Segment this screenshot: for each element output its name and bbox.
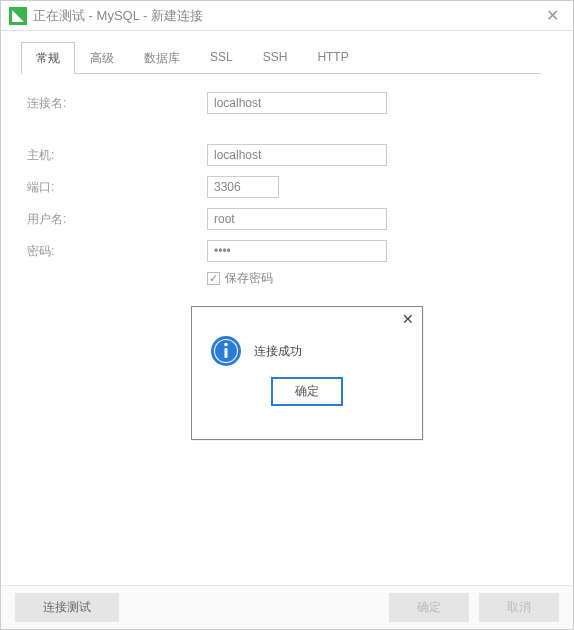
modal-footer: 确定 [192,377,422,420]
tab-ssl[interactable]: SSL [195,42,248,74]
connection-dialog: 正在测试 - MySQL - 新建连接 ✕ 常规 高级 数据库 SSL SSH … [0,0,574,630]
info-icon [210,335,242,367]
host-label: 主机: [21,147,207,164]
window-title: 正在测试 - MySQL - 新建连接 [33,7,540,25]
user-input[interactable] [207,208,387,230]
dialog-footer: 连接测试 确定 取消 [1,585,573,629]
content-area: 常规 高级 数据库 SSL SSH HTTP 连接名: 主机: 端口: 用户名:… [1,31,573,585]
modal-close-icon[interactable]: ✕ [402,311,414,327]
titlebar: 正在测试 - MySQL - 新建连接 ✕ [1,1,573,31]
tab-database[interactable]: 数据库 [129,42,195,74]
modal-message: 连接成功 [254,343,302,360]
row-save-password: ✓ 保存密码 [21,270,553,287]
save-password-checkbox[interactable]: ✓ [207,272,220,285]
svg-point-5 [224,343,228,347]
app-icon [9,7,27,25]
svg-rect-4 [225,348,228,358]
ok-button[interactable]: 确定 [389,593,469,622]
tab-general[interactable]: 常规 [21,42,75,74]
tab-advanced[interactable]: 高级 [75,42,129,74]
host-input[interactable] [207,144,387,166]
save-password-label: 保存密码 [225,270,273,287]
test-connection-button[interactable]: 连接测试 [15,593,119,622]
password-label: 密码: [21,243,207,260]
result-modal: ✕ 连接成功 确定 [191,306,423,440]
password-input[interactable] [207,240,387,262]
tab-http[interactable]: HTTP [302,42,363,74]
modal-body: 连接成功 [192,307,422,377]
port-input[interactable] [207,176,279,198]
user-label: 用户名: [21,211,207,228]
spacer [21,122,553,142]
close-icon[interactable]: ✕ [540,6,565,25]
cancel-button[interactable]: 取消 [479,593,559,622]
row-port: 端口: [21,174,553,200]
row-connection-name: 连接名: [21,90,553,116]
tab-ssh[interactable]: SSH [248,42,303,74]
row-password: 密码: [21,238,553,264]
row-host: 主机: [21,142,553,168]
modal-ok-button[interactable]: 确定 [271,377,343,406]
port-label: 端口: [21,179,207,196]
row-user: 用户名: [21,206,553,232]
connection-name-input[interactable] [207,92,387,114]
connection-name-label: 连接名: [21,95,207,112]
tabs-bar: 常规 高级 数据库 SSL SSH HTTP [21,41,541,74]
